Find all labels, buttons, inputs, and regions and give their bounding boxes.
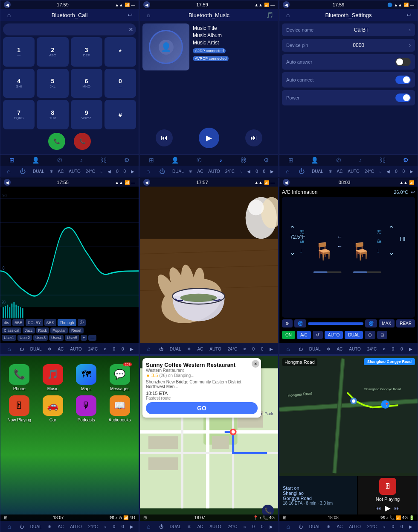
back-button-3[interactable]: ◀ <box>283 1 290 8</box>
ac-dual-btn[interactable]: DUAL <box>345 331 363 339</box>
device-pin-row[interactable]: Device pin 0000 › <box>282 39 415 52</box>
home-button-2[interactable]: ⌂ <box>144 11 153 19</box>
nav-settings-1[interactable]: ⚙ <box>122 156 132 164</box>
fan-slider[interactable] <box>308 322 363 325</box>
ac-on-btn[interactable]: ON <box>282 331 295 339</box>
map-grid-icon[interactable]: ⊞ <box>143 515 147 520</box>
ac-fan-high[interactable]: 🌀 <box>365 319 377 327</box>
eq-remove[interactable]: — <box>88 335 96 341</box>
eq-dolby[interactable]: DOLBY <box>26 319 43 326</box>
nav-music-3[interactable]: ♪ <box>357 156 364 164</box>
auto-connect-toggle[interactable] <box>395 76 411 84</box>
key-8[interactable]: 8TUV <box>37 100 68 129</box>
eq-user4[interactable]: User4 <box>49 335 64 341</box>
nav-grid-2[interactable]: ⊞ <box>147 156 156 164</box>
nav-phone-2[interactable]: ✆ <box>194 156 204 164</box>
eq-user2[interactable]: User2 <box>17 335 32 341</box>
hangup-button[interactable]: 📞 <box>74 133 91 150</box>
nav-link-2[interactable]: ⛓ <box>238 156 248 164</box>
nav-phone-3[interactable]: ✆ <box>334 156 343 164</box>
back-button-1[interactable]: ◀ <box>4 1 11 8</box>
key-hash[interactable]: # <box>104 100 136 129</box>
nav-grid-3[interactable]: ⊞ <box>286 156 296 164</box>
app-phone[interactable]: 📞 Phone <box>5 364 34 391</box>
key-6[interactable]: 6MNO <box>71 69 102 98</box>
video-content[interactable] <box>140 187 278 343</box>
key-3[interactable]: 3DEF <box>71 37 102 67</box>
key-7[interactable]: 7PQRS <box>3 100 35 129</box>
back-button-6[interactable]: ◀ <box>283 179 290 186</box>
next-button[interactable]: ⏭ <box>245 129 262 146</box>
key-2[interactable]: 2ABC <box>37 37 68 67</box>
nav-prev-btn[interactable]: ⏮ <box>375 505 381 512</box>
app-car[interactable]: 🚗 Car <box>38 395 68 422</box>
map-close-button[interactable]: ✕ <box>252 360 259 368</box>
ac-seat-heat-btn[interactable]: ⊟ <box>377 331 387 339</box>
key-star[interactable]: * <box>104 37 136 67</box>
ac-defrost-btn[interactable]: ⬡ <box>365 331 375 339</box>
key-0[interactable]: 0— <box>104 69 136 98</box>
eq-through[interactable]: Through <box>58 319 76 326</box>
eq-user5[interactable]: User5 <box>65 335 79 341</box>
ac-fan-low[interactable]: 🌀 <box>294 319 306 327</box>
nav-user-2[interactable]: 👤 <box>169 156 181 164</box>
key-9[interactable]: 9WXYZ <box>71 100 102 129</box>
power-climate-2[interactable]: ⏻ <box>157 167 167 175</box>
app-nowplaying[interactable]: 🎚 Now Playing <box>5 395 34 422</box>
eq-user1[interactable]: User1 <box>2 335 16 341</box>
back-arrow-3[interactable]: ↩ <box>405 11 413 19</box>
prev-button[interactable]: ⏮ <box>156 129 173 146</box>
dial-input[interactable] <box>3 23 136 35</box>
ac-max-btn[interactable]: MAX <box>379 319 395 327</box>
back-button-2[interactable]: ◀ <box>143 1 150 8</box>
call-button[interactable]: 📞 <box>48 133 65 150</box>
go-button[interactable]: GO <box>146 402 258 414</box>
eq-add[interactable]: + <box>81 335 87 341</box>
app-messages[interactable]: 💬 259 Messages <box>105 364 135 391</box>
ac-auto-btn[interactable]: AUTO <box>325 331 343 339</box>
play-button[interactable]: ▶ <box>199 128 219 148</box>
nav-music-2[interactable]: ♪ <box>217 156 224 164</box>
app-podcasts[interactable]: 🎙 Podcasts <box>72 395 101 422</box>
back-arrow-2[interactable]: 🎵 <box>265 11 274 19</box>
eq-info[interactable]: ⓘ <box>78 319 86 326</box>
power-toggle[interactable] <box>395 94 411 102</box>
eq-classical[interactable]: Classical <box>2 327 21 333</box>
carplay-grid-icon[interactable]: ⊞ <box>4 515 7 520</box>
app-maps[interactable]: 🗺 Maps <box>72 364 101 391</box>
ac-rear-btn[interactable]: REAR <box>396 319 415 327</box>
device-name-row[interactable]: Device name CarBT › <box>282 23 415 36</box>
nav-play-btn[interactable]: ▶ <box>385 503 391 513</box>
nav-music-1[interactable]: ♪ <box>78 156 85 164</box>
home-button-1[interactable]: ⌂ <box>5 11 13 19</box>
auto-answer-toggle[interactable] <box>395 58 411 66</box>
eq-dts[interactable]: dts <box>2 319 11 326</box>
power-climate-3[interactable]: ⏻ <box>296 167 307 175</box>
nav-user-1[interactable]: 👤 <box>30 156 41 164</box>
app-music[interactable]: 🎵 Music <box>38 364 68 391</box>
home-climate-5[interactable]: ⌂ <box>145 345 152 353</box>
home-climate-1[interactable]: ⌂ <box>5 167 12 175</box>
nav-grid-1[interactable]: ⊞ <box>7 156 17 164</box>
eq-popular[interactable]: Popular <box>50 327 68 333</box>
back-ac[interactable]: ↩ <box>411 189 415 195</box>
eq-rock[interactable]: Rock <box>36 327 49 333</box>
home-climate-4[interactable]: ⌂ <box>5 345 13 353</box>
eq-user3[interactable]: User3 <box>33 335 48 341</box>
nav-link-3[interactable]: ⛓ <box>377 156 388 164</box>
nav-grid[interactable]: ⊞ <box>283 515 286 520</box>
nav-settings-2[interactable]: ⚙ <box>261 156 271 164</box>
nav-settings-3[interactable]: ⚙ <box>401 156 411 164</box>
power-climate-1[interactable]: ⏻ <box>17 167 28 175</box>
key-4[interactable]: 4GHI <box>3 69 35 98</box>
nav-link-1[interactable]: ⛓ <box>99 156 109 164</box>
eq-reset[interactable]: Reset <box>69 327 84 333</box>
back-button-4[interactable]: ◀ <box>4 179 11 186</box>
ac-ac-btn[interactable]: A/C <box>297 331 311 339</box>
back-button-5[interactable]: ◀ <box>143 179 150 186</box>
dial-clear-icon[interactable]: ✕ <box>128 26 134 33</box>
eq-bbe[interactable]: BBE <box>12 319 24 326</box>
nav-user-3[interactable]: 👤 <box>309 156 320 164</box>
eq-srs[interactable]: SRS <box>44 319 57 326</box>
ac-gear-btn[interactable]: ⚙ <box>282 319 293 327</box>
